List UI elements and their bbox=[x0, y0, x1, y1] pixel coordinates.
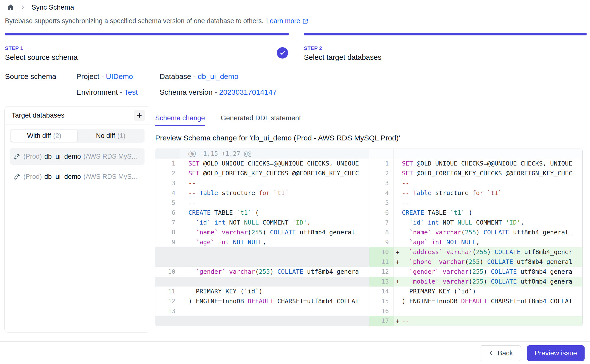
tab-schema-change[interactable]: Schema change bbox=[155, 114, 205, 126]
line-number bbox=[155, 149, 180, 159]
diff-line-right: 14 PRIMARY KEY (`id`) bbox=[369, 287, 582, 296]
code-content: ) ENGINE=InnoDB DEFAULT CHARSET=utf8mb4 … bbox=[180, 296, 369, 306]
line-number: 3 bbox=[369, 178, 393, 188]
diff-line-right bbox=[369, 149, 582, 159]
preview-issue-button[interactable]: Preview issue bbox=[527, 345, 585, 361]
preview-heading: Preview Schema change for 'db_ui_demo (P… bbox=[155, 134, 583, 142]
line-number: 2 bbox=[155, 168, 180, 178]
code-content: SET @OLD_UNIQUE_CHECKS=@@UNIQUE_CHECKS, … bbox=[180, 159, 369, 168]
back-button[interactable]: Back bbox=[480, 345, 521, 361]
diff-marker bbox=[180, 237, 188, 247]
code-content: -- bbox=[180, 198, 369, 208]
diff-row: 10+ `address` varchar(255) COLLATE utf8m… bbox=[155, 247, 582, 257]
code-content: PRIMARY KEY (`id`) bbox=[393, 287, 582, 296]
database-list-item[interactable]: (Prod) db_ui_demo (AWS RDS MyS... bbox=[10, 148, 145, 165]
diff-row: 9 `age` int NOT NULL,9 `age` int NOT NUL… bbox=[155, 237, 582, 247]
line-number: 12 bbox=[155, 296, 180, 306]
line-number: 7 bbox=[369, 218, 393, 228]
home-icon[interactable] bbox=[7, 4, 14, 11]
code-content: `name` varchar(255) COLLATE utf8mb4_gene… bbox=[180, 228, 369, 237]
code-content: `age` int NOT NULL, bbox=[180, 237, 369, 247]
line-number: 11 bbox=[155, 287, 180, 296]
environment-link[interactable]: Test bbox=[124, 88, 138, 96]
project-label: Project - bbox=[76, 72, 106, 80]
code-content bbox=[180, 277, 369, 287]
diff-marker bbox=[393, 306, 402, 316]
line-number: 15 bbox=[369, 296, 393, 306]
project-field: Project - UIDemo bbox=[76, 72, 160, 81]
diff-row: 2SET @OLD_FOREIGN_KEY_CHECKS=@@FOREIGN_K… bbox=[155, 168, 582, 178]
diff-marker bbox=[393, 228, 402, 237]
code-content: @@ -1,15 +1,27 @@ bbox=[180, 149, 369, 159]
line-number: 7 bbox=[155, 218, 180, 228]
diff-row: 13+ `mobile` varchar(255) COLLATE utf8mb… bbox=[155, 277, 582, 287]
diff-line-left: 12) ENGINE=InnoDB DEFAULT CHARSET=utf8mb… bbox=[155, 296, 369, 306]
diff-marker bbox=[393, 198, 402, 208]
step-2-label: STEP 2 bbox=[304, 45, 587, 51]
line-number: 2 bbox=[369, 168, 393, 178]
diff-line-left: @@ -1,15 +1,27 @@ bbox=[155, 149, 369, 159]
footer-buttons: Back Preview issue bbox=[480, 345, 585, 361]
add-database-button[interactable]: + bbox=[134, 110, 145, 121]
line-number: 4 bbox=[369, 188, 393, 198]
database-list: (Prod) db_ui_demo (AWS RDS MyS... (Prod)… bbox=[5, 148, 150, 185]
diff-line-left: 2SET @OLD_FOREIGN_KEY_CHECKS=@@FOREIGN_K… bbox=[155, 168, 369, 178]
code-content bbox=[393, 149, 582, 159]
code-content: + `phone` varchar(255) COLLATE utf8mb4_g… bbox=[393, 257, 582, 267]
code-content: +-- bbox=[393, 316, 582, 326]
breadcrumb: Sync Schema bbox=[7, 3, 74, 11]
line-number bbox=[155, 257, 180, 267]
line-number: 4 bbox=[155, 188, 180, 198]
database-list-item[interactable]: (Prod) db_ui_demo (AWS RDS MyS... bbox=[10, 168, 145, 185]
tab-with-diff-count: (2) bbox=[53, 132, 61, 140]
diff-marker bbox=[393, 267, 402, 277]
step-1-progress-bar bbox=[5, 33, 289, 35]
schema-version-link[interactable]: 20230317014147 bbox=[219, 88, 277, 96]
learn-more-link[interactable]: Learn more bbox=[266, 17, 309, 25]
line-number: 5 bbox=[369, 198, 393, 208]
diff-marker bbox=[180, 257, 188, 267]
database-instance: (AWS RDS MyS... bbox=[83, 173, 137, 181]
tab-generated-ddl[interactable]: Generated DDL statement bbox=[221, 114, 301, 126]
line-number: 6 bbox=[369, 208, 393, 218]
diff-marker bbox=[393, 159, 402, 168]
database-instance: (AWS RDS MyS... bbox=[83, 153, 137, 160]
diff-row: 8 `name` varchar(255) COLLATE utf8mb4_ge… bbox=[155, 228, 582, 237]
back-button-label: Back bbox=[498, 349, 513, 357]
line-number: 13 bbox=[155, 306, 180, 316]
diff-marker: + bbox=[393, 247, 402, 257]
database-link[interactable]: db_ui_demo bbox=[198, 72, 238, 80]
mysql-icon bbox=[14, 173, 21, 180]
line-number: 8 bbox=[369, 228, 393, 237]
database-name: db_ui_demo bbox=[44, 173, 81, 181]
diff-line-left bbox=[155, 316, 369, 326]
tab-with-diff[interactable]: With diff (2) bbox=[11, 130, 78, 142]
diff-line-left: 7 `id` int NOT NULL COMMENT 'ID', bbox=[155, 218, 369, 228]
diff-marker: + bbox=[393, 277, 402, 287]
diff-marker bbox=[393, 287, 402, 296]
diff-line-right: 1SET @OLD_UNIQUE_CHECKS=@@UNIQUE_CHECKS,… bbox=[369, 159, 582, 168]
project-link[interactable]: UIDemo bbox=[106, 72, 133, 80]
diff-table: @@ -1,15 +1,27 @@1SET @OLD_UNIQUE_CHECKS… bbox=[155, 149, 583, 326]
diff-line-left: 10 `gender` varchar(255) COLLATE utf8mb4… bbox=[155, 267, 369, 277]
line-number: 1 bbox=[155, 159, 180, 168]
diff-line-right: 16 bbox=[369, 306, 582, 316]
tab-no-diff[interactable]: No diff (1) bbox=[78, 130, 144, 142]
line-number: 8 bbox=[155, 228, 180, 237]
code-content: -- bbox=[393, 178, 582, 188]
preview-tabs: Schema change Generated DDL statement bbox=[155, 106, 583, 126]
intro-text: Bytebase supports synchronizing a specif… bbox=[5, 17, 264, 25]
step-1-label: STEP 1 bbox=[5, 45, 289, 51]
code-content: SET @OLD_FOREIGN_KEY_CHECKS=@@FOREIGN_KE… bbox=[393, 168, 582, 178]
diff-line-left: 6CREATE TABLE `t1` ( bbox=[155, 208, 369, 218]
code-content: + `address` varchar(255) COLLATE utf8mb4… bbox=[393, 247, 582, 257]
code-content: -- Table structure for `t1` bbox=[393, 188, 582, 198]
diff-marker: + bbox=[393, 257, 402, 267]
code-content: CREATE TABLE `t1` ( bbox=[180, 208, 369, 218]
schema-version-field: Schema version - 20230317014147 bbox=[160, 88, 277, 96]
diff-marker bbox=[393, 237, 402, 247]
code-content bbox=[180, 316, 369, 326]
environment-label: Environment - bbox=[76, 88, 124, 96]
code-content: SET @OLD_FOREIGN_KEY_CHECKS=@@FOREIGN_KE… bbox=[180, 168, 369, 178]
diff-line-left: 9 `age` int NOT NULL, bbox=[155, 237, 369, 247]
